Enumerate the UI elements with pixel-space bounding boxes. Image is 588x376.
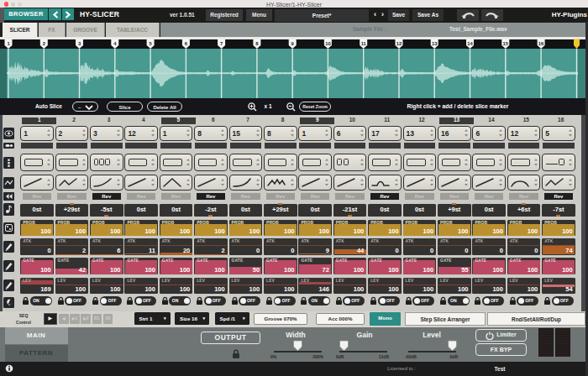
svg-text:15: 15 <box>503 41 509 46</box>
svg-text:14: 14 <box>467 41 473 46</box>
svg-text:13: 13 <box>432 41 438 46</box>
svg-text:2: 2 <box>43 41 45 46</box>
svg-text:11: 11 <box>361 41 367 46</box>
svg-text:7: 7 <box>220 41 223 46</box>
svg-text:10: 10 <box>325 41 330 46</box>
svg-text:12: 12 <box>396 41 402 46</box>
svg-text:16: 16 <box>538 41 544 46</box>
